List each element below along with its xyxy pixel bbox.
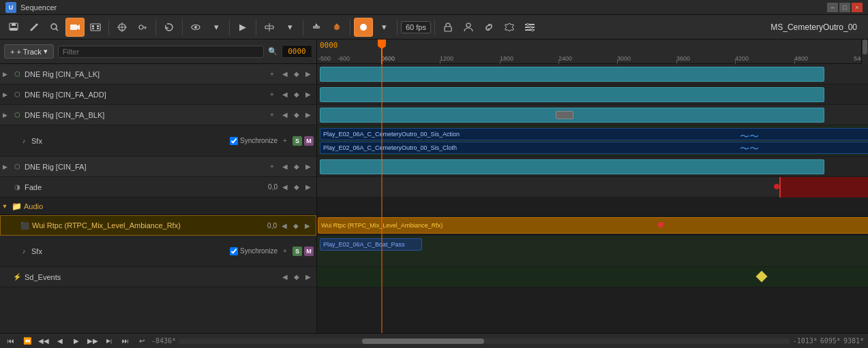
- sync-checkbox-input[interactable]: [230, 137, 238, 145]
- track-name: DNE Rig [CIN_FA_ADD]: [25, 91, 267, 99]
- prev-key-button[interactable]: ◀: [280, 182, 290, 193]
- go-end-button[interactable]: ⏭: [119, 335, 132, 347]
- maximize-button[interactable]: □: [839, 3, 850, 12]
- camera-lock-button[interactable]: [438, 18, 458, 37]
- boat-pass-clip[interactable]: Play_E02_06A_C_Boat_Pass: [320, 238, 422, 251]
- key-button[interactable]: [133, 18, 152, 37]
- prev-key-button[interactable]: ◀: [280, 69, 290, 80]
- clip-block[interactable]: [320, 67, 824, 82]
- snap-button[interactable]: [260, 18, 279, 37]
- auto-key-button[interactable]: [327, 18, 346, 37]
- ruler-marks: -500 -600 0600 1200 1800 2400 3000 3600 …: [317, 50, 868, 64]
- frame-back-button[interactable]: ◀: [53, 335, 67, 347]
- close-button[interactable]: ×: [852, 3, 863, 12]
- actor-button[interactable]: [459, 18, 478, 37]
- step-back-button[interactable]: ◀◀: [37, 335, 50, 347]
- fps-display[interactable]: 60 fps: [401, 21, 431, 33]
- vertical-scrollbar[interactable]: [861, 39, 868, 64]
- timeline-row-rtpc: Wui Rtpc (RTPC_Mix_Level_Ambiance_Rfx): [317, 215, 868, 236]
- separator-7: [350, 19, 350, 35]
- prev-key-button[interactable]: ◀: [279, 220, 290, 231]
- add-key-button[interactable]: +: [267, 69, 278, 80]
- add-sfx-button2[interactable]: +: [280, 246, 290, 257]
- minimize-button[interactable]: –: [827, 3, 838, 12]
- add-key-button2[interactable]: ◆: [291, 161, 302, 172]
- add-key-button[interactable]: +: [267, 89, 278, 100]
- next-key-button[interactable]: ▶: [303, 69, 314, 80]
- audio-clip-action[interactable]: Play_E02_06A_C_CemeteryOutro_00_Sis_Acti…: [320, 128, 868, 140]
- step-forward-button[interactable]: ▶|: [102, 335, 116, 347]
- sequence-title: MS_CemeteryOutro_00: [770, 22, 864, 32]
- visibility-button[interactable]: [186, 18, 205, 37]
- svg-point-3: [51, 24, 57, 29]
- app-icon: U: [5, 2, 16, 13]
- add-key-button2[interactable]: ◆: [291, 69, 302, 80]
- sync-checkbox: Synchronize: [230, 137, 278, 145]
- next-key-button[interactable]: ▶: [303, 161, 314, 172]
- visibility-dropdown[interactable]: ▾: [207, 18, 226, 37]
- next-key-button[interactable]: ▶: [303, 182, 314, 193]
- add-track-button[interactable]: + + Track ▾: [4, 44, 54, 59]
- svg-rect-11: [97, 28, 99, 29]
- timeline-ruler: 0000 -500 -600 0600 1200 1800 2400 3000 …: [317, 39, 868, 64]
- next-key-button[interactable]: ▶: [302, 220, 313, 231]
- record-button[interactable]: [354, 18, 373, 37]
- add-key-button2[interactable]: ◆: [291, 89, 302, 100]
- expand-arrow[interactable]: ▶: [0, 162, 10, 172]
- record-dropdown[interactable]: ▾: [374, 18, 393, 37]
- add-key-button[interactable]: +: [267, 161, 278, 172]
- separator-6: [303, 19, 303, 35]
- expand-arrow[interactable]: ▶: [0, 110, 10, 120]
- audio-clip-cloth[interactable]: Play_E02_06A_C_CemeteryOutro_00_Sis_Clot…: [320, 142, 868, 154]
- edit-button[interactable]: [25, 18, 44, 37]
- settings-button1[interactable]: [500, 18, 519, 37]
- next-key-button[interactable]: ▶: [303, 89, 314, 100]
- svg-rect-27: [445, 27, 451, 31]
- next-key-button[interactable]: ▶: [303, 110, 314, 121]
- loop-button[interactable]: ↩: [135, 335, 149, 347]
- settings-button2[interactable]: [520, 18, 539, 37]
- svg-rect-1: [12, 23, 16, 26]
- clip-block[interactable]: [320, 159, 824, 174]
- clip-block[interactable]: [320, 87, 824, 102]
- search-button[interactable]: [45, 18, 64, 37]
- frame-forward-button[interactable]: ▶▶: [86, 335, 100, 347]
- undo-button[interactable]: [160, 18, 179, 37]
- expand-arrow[interactable]: ▶: [0, 69, 10, 79]
- separator-2: [155, 19, 156, 35]
- go-start-button[interactable]: ⏮: [4, 335, 18, 347]
- timeline-scrollbar[interactable]: [179, 338, 790, 344]
- camera-button[interactable]: [65, 18, 85, 37]
- vertical-scrollbar-thumb[interactable]: [863, 39, 867, 54]
- timeline-row: [317, 105, 868, 125]
- track-controls: + ◀ ◆ ▶: [267, 89, 316, 100]
- add-key-button[interactable]: ◆: [290, 220, 301, 231]
- snap-dropdown[interactable]: ▾: [280, 18, 299, 37]
- next-key-button[interactable]: ▶: [303, 272, 314, 283]
- play-pause-button[interactable]: ▶: [70, 335, 83, 347]
- sync-checkbox-input2[interactable]: [230, 247, 238, 255]
- rtpc-clip[interactable]: Wui Rtpc (RTPC_Mix_Level_Ambiance_Rfx): [318, 217, 868, 234]
- prev-key-button[interactable]: ◀: [280, 161, 290, 172]
- add-key-button[interactable]: ◆: [291, 272, 302, 283]
- add-key-button[interactable]: +: [267, 110, 278, 121]
- add-sfx-button[interactable]: +: [280, 136, 290, 146]
- track-name: DNE Rig [CIN_FA]: [25, 163, 267, 171]
- add-key-button[interactable]: ◆: [291, 182, 302, 193]
- prev-key-button[interactable]: ◀: [280, 110, 290, 121]
- expand-arrow[interactable]: ▼: [0, 202, 10, 211]
- prev-key-button[interactable]: ◀: [280, 272, 290, 283]
- filter-input[interactable]: [58, 46, 264, 58]
- add-key-button2[interactable]: ◆: [291, 110, 302, 121]
- prev-key-button[interactable]: ◀: [280, 89, 290, 100]
- save-button[interactable]: [4, 18, 23, 37]
- transform-button[interactable]: [113, 18, 132, 37]
- key-mode-button[interactable]: [307, 18, 326, 37]
- link-button[interactable]: [479, 18, 498, 37]
- timeline-scrollbar-thumb[interactable]: [362, 338, 484, 344]
- expand-arrow[interactable]: ▶: [0, 90, 10, 99]
- prev-key-jump-button[interactable]: ⏪: [20, 335, 34, 347]
- play-button[interactable]: ▶: [233, 18, 252, 37]
- track-row: ▶ ⬡ DNE Rig [CIN_FA_BLK] + ◀ ◆ ▶: [0, 105, 316, 125]
- film-button[interactable]: [86, 18, 105, 37]
